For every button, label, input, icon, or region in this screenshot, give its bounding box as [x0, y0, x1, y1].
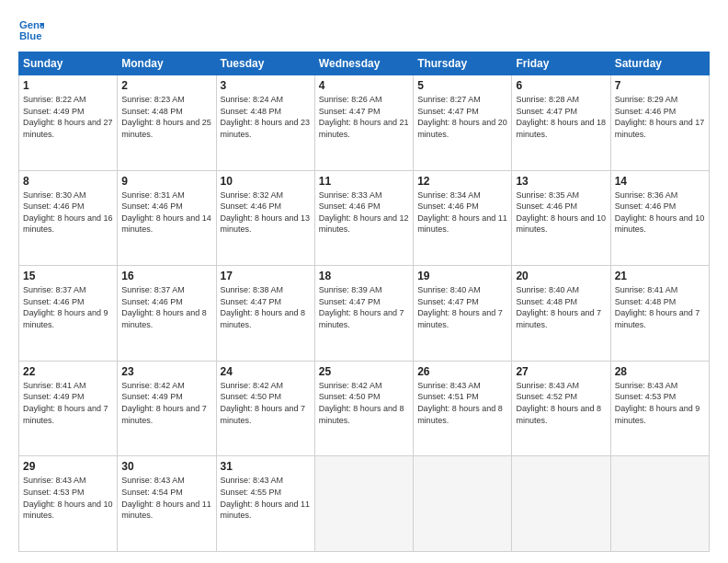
day-number: 1 — [23, 79, 113, 92]
day-number: 11 — [319, 175, 409, 188]
day-number: 8 — [23, 175, 113, 188]
weekday-header: Saturday — [610, 52, 709, 75]
calendar-cell: 12 Sunrise: 8:34 AMSunset: 4:46 PMDaylig… — [414, 170, 512, 266]
day-detail: Sunrise: 8:43 AMSunset: 4:53 PMDaylight:… — [23, 476, 113, 520]
day-detail: Sunrise: 8:34 AMSunset: 4:46 PMDaylight:… — [417, 190, 507, 235]
day-detail: Sunrise: 8:42 AMSunset: 4:49 PMDaylight:… — [121, 381, 207, 425]
day-detail: Sunrise: 8:42 AMSunset: 4:50 PMDaylight:… — [221, 381, 306, 425]
day-detail: Sunrise: 8:32 AMSunset: 4:46 PMDaylight:… — [221, 190, 311, 235]
calendar-cell: 22 Sunrise: 8:41 AMSunset: 4:49 PMDaylig… — [19, 361, 118, 456]
day-number: 23 — [121, 365, 211, 378]
calendar-week-row: 8 Sunrise: 8:30 AMSunset: 4:46 PMDayligh… — [19, 170, 710, 266]
day-detail: Sunrise: 8:39 AMSunset: 4:47 PMDaylight:… — [319, 285, 404, 329]
day-detail: Sunrise: 8:27 AMSunset: 4:47 PMDaylight:… — [417, 95, 507, 139]
day-number: 12 — [417, 175, 507, 188]
calendar-cell — [414, 456, 512, 552]
day-number: 15 — [23, 270, 113, 282]
day-number: 4 — [319, 79, 409, 92]
calendar-header-row: SundayMondayTuesdayWednesdayThursdayFrid… — [19, 52, 710, 75]
day-detail: Sunrise: 8:31 AMSunset: 4:46 PMDaylight:… — [121, 190, 211, 235]
day-number: 22 — [23, 365, 113, 378]
weekday-header: Friday — [512, 52, 610, 75]
day-detail: Sunrise: 8:40 AMSunset: 4:48 PMDaylight:… — [516, 285, 601, 329]
day-detail: Sunrise: 8:26 AMSunset: 4:47 PMDaylight:… — [319, 95, 409, 139]
calendar-cell — [512, 456, 610, 552]
day-detail: Sunrise: 8:43 AMSunset: 4:54 PMDaylight:… — [121, 476, 211, 520]
day-number: 19 — [417, 270, 507, 282]
day-number: 20 — [516, 270, 606, 282]
day-number: 13 — [516, 175, 606, 188]
day-detail: Sunrise: 8:28 AMSunset: 4:47 PMDaylight:… — [516, 95, 606, 139]
calendar-cell: 24 Sunrise: 8:42 AMSunset: 4:50 PMDaylig… — [216, 361, 314, 456]
calendar-cell: 29 Sunrise: 8:43 AMSunset: 4:53 PMDaylig… — [19, 456, 118, 552]
day-number: 18 — [319, 270, 409, 282]
calendar-week-row: 22 Sunrise: 8:41 AMSunset: 4:49 PMDaylig… — [19, 361, 710, 456]
day-number: 2 — [121, 79, 211, 92]
weekday-header: Thursday — [414, 52, 512, 75]
day-number: 3 — [221, 79, 311, 92]
calendar-week-row: 1 Sunrise: 8:22 AMSunset: 4:49 PMDayligh… — [19, 75, 710, 171]
day-number: 10 — [221, 175, 311, 188]
day-number: 6 — [516, 79, 606, 92]
calendar-cell: 11 Sunrise: 8:33 AMSunset: 4:46 PMDaylig… — [314, 170, 413, 266]
calendar-cell: 6 Sunrise: 8:28 AMSunset: 4:47 PMDayligh… — [512, 75, 610, 171]
day-detail: Sunrise: 8:43 AMSunset: 4:51 PMDaylight:… — [417, 381, 503, 425]
calendar-cell: 18 Sunrise: 8:39 AMSunset: 4:47 PMDaylig… — [314, 266, 413, 362]
calendar-week-row: 29 Sunrise: 8:43 AMSunset: 4:53 PMDaylig… — [19, 456, 710, 552]
day-detail: Sunrise: 8:22 AMSunset: 4:49 PMDaylight:… — [23, 95, 113, 139]
logo: General Blue — [18, 17, 48, 42]
calendar: SundayMondayTuesdayWednesdayThursdayFrid… — [18, 52, 710, 552]
day-number: 16 — [121, 270, 211, 282]
day-detail: Sunrise: 8:41 AMSunset: 4:48 PMDaylight:… — [615, 285, 700, 329]
day-number: 17 — [221, 270, 311, 282]
page: General Blue SundayMondayTuesdayWednesda… — [0, 0, 728, 563]
calendar-cell: 28 Sunrise: 8:43 AMSunset: 4:53 PMDaylig… — [610, 361, 709, 456]
calendar-cell: 31 Sunrise: 8:43 AMSunset: 4:55 PMDaylig… — [216, 456, 314, 552]
weekday-header: Sunday — [19, 52, 118, 75]
calendar-cell: 23 Sunrise: 8:42 AMSunset: 4:49 PMDaylig… — [118, 361, 216, 456]
calendar-cell: 27 Sunrise: 8:43 AMSunset: 4:52 PMDaylig… — [512, 361, 610, 456]
day-number: 25 — [319, 365, 409, 378]
calendar-cell: 10 Sunrise: 8:32 AMSunset: 4:46 PMDaylig… — [216, 170, 314, 266]
calendar-cell — [610, 456, 709, 552]
calendar-cell: 2 Sunrise: 8:23 AMSunset: 4:48 PMDayligh… — [118, 75, 216, 171]
calendar-cell: 19 Sunrise: 8:40 AMSunset: 4:47 PMDaylig… — [414, 266, 512, 362]
day-detail: Sunrise: 8:36 AMSunset: 4:46 PMDaylight:… — [615, 190, 705, 235]
day-detail: Sunrise: 8:37 AMSunset: 4:46 PMDaylight:… — [121, 285, 207, 329]
day-detail: Sunrise: 8:42 AMSunset: 4:50 PMDaylight:… — [319, 381, 404, 425]
day-number: 14 — [615, 175, 705, 188]
day-detail: Sunrise: 8:33 AMSunset: 4:46 PMDaylight:… — [319, 190, 409, 235]
calendar-cell: 7 Sunrise: 8:29 AMSunset: 4:46 PMDayligh… — [610, 75, 709, 171]
day-number: 7 — [615, 79, 705, 92]
calendar-cell: 15 Sunrise: 8:37 AMSunset: 4:46 PMDaylig… — [19, 266, 118, 362]
weekday-header: Monday — [118, 52, 216, 75]
calendar-cell: 5 Sunrise: 8:27 AMSunset: 4:47 PMDayligh… — [414, 75, 512, 171]
day-number: 31 — [221, 460, 311, 473]
calendar-cell: 20 Sunrise: 8:40 AMSunset: 4:48 PMDaylig… — [512, 266, 610, 362]
day-detail: Sunrise: 8:43 AMSunset: 4:52 PMDaylight:… — [516, 381, 601, 425]
svg-text:Blue: Blue — [19, 30, 42, 41]
calendar-cell: 4 Sunrise: 8:26 AMSunset: 4:47 PMDayligh… — [314, 75, 413, 171]
day-number: 9 — [121, 175, 211, 188]
day-detail: Sunrise: 8:43 AMSunset: 4:55 PMDaylight:… — [221, 476, 311, 520]
svg-text:General: General — [19, 19, 44, 30]
calendar-cell: 26 Sunrise: 8:43 AMSunset: 4:51 PMDaylig… — [414, 361, 512, 456]
calendar-cell: 17 Sunrise: 8:38 AMSunset: 4:47 PMDaylig… — [216, 266, 314, 362]
day-detail: Sunrise: 8:35 AMSunset: 4:46 PMDaylight:… — [516, 190, 606, 235]
calendar-cell: 9 Sunrise: 8:31 AMSunset: 4:46 PMDayligh… — [118, 170, 216, 266]
calendar-cell: 8 Sunrise: 8:30 AMSunset: 4:46 PMDayligh… — [19, 170, 118, 266]
day-detail: Sunrise: 8:30 AMSunset: 4:46 PMDaylight:… — [23, 190, 113, 235]
day-number: 29 — [23, 460, 113, 473]
header: General Blue — [18, 17, 710, 42]
calendar-cell: 3 Sunrise: 8:24 AMSunset: 4:48 PMDayligh… — [216, 75, 314, 171]
day-number: 28 — [615, 365, 705, 378]
calendar-cell: 21 Sunrise: 8:41 AMSunset: 4:48 PMDaylig… — [610, 266, 709, 362]
day-detail: Sunrise: 8:38 AMSunset: 4:47 PMDaylight:… — [221, 285, 306, 329]
calendar-cell: 1 Sunrise: 8:22 AMSunset: 4:49 PMDayligh… — [19, 75, 118, 171]
day-detail: Sunrise: 8:43 AMSunset: 4:53 PMDaylight:… — [615, 381, 700, 425]
day-number: 27 — [516, 365, 606, 378]
day-detail: Sunrise: 8:24 AMSunset: 4:48 PMDaylight:… — [221, 95, 311, 139]
calendar-cell — [314, 456, 413, 552]
day-detail: Sunrise: 8:23 AMSunset: 4:48 PMDaylight:… — [121, 95, 211, 139]
day-number: 5 — [417, 79, 507, 92]
